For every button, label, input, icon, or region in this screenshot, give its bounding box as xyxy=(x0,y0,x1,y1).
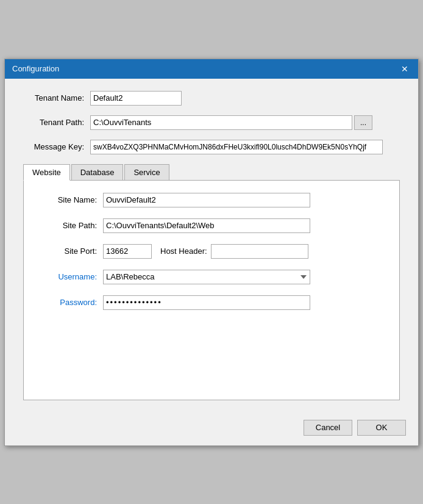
tab-container: Website Database Service Site Name: Site… xyxy=(23,164,400,400)
tenant-path-row: Tenant Path: ... xyxy=(23,115,400,130)
password-label: Password: xyxy=(42,298,103,307)
cancel-button[interactable]: Cancel xyxy=(304,420,352,436)
site-path-input[interactable] xyxy=(103,218,310,233)
ok-button[interactable]: OK xyxy=(357,420,406,436)
website-tab-content: Site Name: Site Path: Site Port: Host He… xyxy=(23,181,400,400)
username-dropdown[interactable]: LAB\Rebecca Administrator Other xyxy=(103,270,310,284)
configuration-window: Configuration ✕ Tenant Name: Tenant Path… xyxy=(4,59,419,446)
tab-database[interactable]: Database xyxy=(71,164,124,181)
site-name-input[interactable] xyxy=(103,193,310,207)
tenant-name-label: Tenant Name: xyxy=(23,93,90,103)
close-button[interactable]: ✕ xyxy=(399,63,411,75)
message-key-label: Message Key: xyxy=(23,142,90,151)
tenant-path-label: Tenant Path: xyxy=(23,118,90,127)
window-body: Tenant Name: Tenant Path: ... Message Ke… xyxy=(5,79,418,412)
site-path-row: Site Path: xyxy=(42,218,381,233)
tenant-name-row: Tenant Name: xyxy=(23,91,400,106)
tenant-path-input[interactable] xyxy=(90,115,352,130)
username-label: Username: xyxy=(42,272,103,281)
site-name-label: Site Name: xyxy=(42,195,103,204)
username-row: Username: LAB\Rebecca Administrator Othe… xyxy=(42,270,381,284)
tab-header: Website Database Service xyxy=(23,164,400,181)
site-name-row: Site Name: xyxy=(42,193,381,207)
tab-service[interactable]: Service xyxy=(124,164,169,181)
site-port-row: Site Port: Host Header: xyxy=(42,244,381,259)
password-row: Password: xyxy=(42,295,381,310)
site-port-label: Site Port: xyxy=(42,247,103,256)
message-key-row: Message Key: xyxy=(23,140,400,154)
browse-button[interactable]: ... xyxy=(354,115,372,130)
footer: Cancel OK xyxy=(5,412,418,445)
tab-website[interactable]: Website xyxy=(23,164,70,181)
window-title: Configuration xyxy=(12,64,59,73)
title-bar: Configuration ✕ xyxy=(5,59,418,79)
site-path-label: Site Path: xyxy=(42,221,103,230)
tenant-name-input[interactable] xyxy=(90,91,182,106)
site-port-input[interactable] xyxy=(103,244,152,259)
host-header-label: Host Header: xyxy=(160,247,207,256)
host-header-input[interactable] xyxy=(211,244,308,259)
message-key-input[interactable] xyxy=(90,140,383,154)
password-input[interactable] xyxy=(103,295,310,310)
